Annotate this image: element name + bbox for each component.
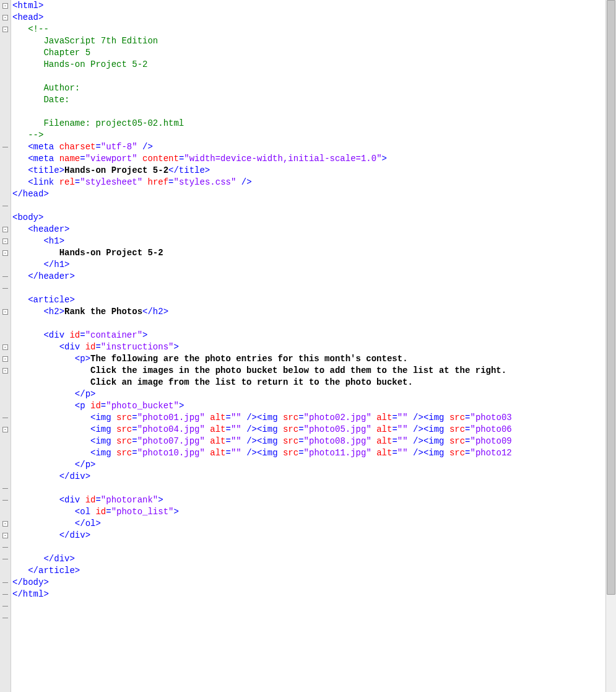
token-attr: src [116, 424, 132, 434]
code-line[interactable]: </div> [12, 471, 604, 483]
code-line[interactable]: Hands-on Project 5-2 [12, 59, 604, 71]
token-attr: id [85, 495, 96, 505]
code-line[interactable]: </h1> [12, 259, 604, 271]
token-attr: alt [376, 413, 392, 423]
code-line[interactable]: <img src="photo10.jpg" alt="" /><img src… [12, 447, 604, 459]
token-str: "photo_bucket" [106, 401, 179, 411]
code-line[interactable]: <div id="photorank"> [12, 494, 604, 506]
code-line[interactable]: <header> [12, 224, 604, 235]
scroll-thumb[interactable] [607, 0, 615, 595]
code-line[interactable]: <link rel="stylesheet" href="styles.css"… [12, 177, 604, 188]
fold-gutter[interactable]: ------------- [0, 0, 11, 692]
code-line[interactable]: <img src="photo01.jpg" alt="" /><img src… [12, 412, 604, 424]
token-str: "photo09 [471, 436, 512, 446]
code-line[interactable] [12, 106, 604, 118]
vertical-scrollbar[interactable] [605, 0, 616, 692]
code-line[interactable] [12, 541, 604, 553]
code-line[interactable]: <!-- [12, 24, 604, 35]
token-plain [12, 59, 43, 69]
code-line[interactable] [12, 71, 604, 82]
token-black: Hands-on Project 5-2 [59, 248, 163, 258]
token-attr: alt [376, 436, 392, 446]
token-tag: <img [90, 413, 116, 423]
code-line[interactable]: <meta name="viewport" content="width=dev… [12, 153, 604, 165]
code-line[interactable]: JavaScript 7th Edition [12, 35, 604, 47]
code-line[interactable] [12, 318, 604, 330]
token-tag: = [132, 424, 137, 434]
code-line[interactable]: <body> [12, 212, 604, 224]
fold-toggle-icon[interactable]: - [2, 356, 8, 362]
code-line[interactable]: <div id="container"> [12, 330, 604, 341]
token-tag: /> [137, 142, 153, 152]
code-line[interactable]: <article> [12, 294, 604, 306]
code-line[interactable]: </article> [12, 565, 604, 577]
code-line[interactable]: Hands-on Project 5-2 [12, 247, 604, 259]
fold-toggle-icon[interactable]: - [2, 427, 8, 432]
code-line[interactable]: Filename: project05-02.html [12, 118, 604, 129]
code-line[interactable]: <img src="photo07.jpg" alt="" /><img src… [12, 436, 604, 447]
token-str: "instructions" [101, 342, 174, 352]
fold-end-marker [2, 606, 8, 607]
code-line[interactable]: </html> [12, 589, 604, 600]
token-attr: alt [210, 436, 225, 446]
code-line[interactable]: Click an image from the list to return i… [12, 377, 604, 388]
token-plain [12, 177, 28, 187]
fold-toggle-icon[interactable]: - [2, 15, 8, 20]
fold-toggle-icon[interactable]: - [2, 3, 8, 9]
fold-toggle-icon[interactable]: - [2, 239, 8, 244]
token-tag: = [75, 177, 80, 187]
code-line[interactable]: Author: [12, 82, 604, 94]
code-line[interactable]: </p> [12, 388, 604, 400]
code-line[interactable]: <meta charset="utf-8" /> [12, 141, 604, 153]
token-comment: --> [28, 130, 43, 140]
fold-toggle-icon[interactable]: - [2, 533, 8, 538]
token-tag: </div> [59, 471, 90, 481]
code-line[interactable]: <html> [12, 0, 604, 12]
code-line[interactable]: <p id="photo_bucket"> [12, 400, 604, 412]
fold-toggle-icon[interactable]: - [2, 250, 8, 256]
token-tag: /> [408, 448, 423, 458]
code-line[interactable]: <h1> [12, 235, 604, 247]
token-plain [12, 424, 90, 434]
token-tag: </header> [28, 271, 75, 281]
code-line[interactable]: <img src="photo04.jpg" alt="" /><img src… [12, 424, 604, 436]
code-line[interactable]: </div> [12, 530, 604, 541]
code-line[interactable]: Date: [12, 94, 604, 106]
token-comment: JavaScript 7th Edition [43, 36, 158, 46]
token-tag: <img [90, 424, 116, 434]
code-line[interactable]: <head> [12, 12, 604, 24]
fold-toggle-icon[interactable]: - [2, 521, 8, 527]
token-tag: /> [408, 413, 423, 423]
code-line[interactable]: </header> [12, 271, 604, 282]
fold-toggle-icon[interactable]: - [2, 344, 8, 350]
code-line[interactable]: </p> [12, 459, 604, 471]
code-line[interactable] [12, 282, 604, 294]
code-editor-content[interactable]: <html><head> <!-- JavaScript 7th Edition… [11, 0, 605, 692]
token-tag: <h1> [43, 236, 64, 246]
token-attr: alt [210, 448, 225, 458]
code-line[interactable] [12, 200, 604, 212]
code-line[interactable]: <h2>Rank the Photos</h2> [12, 306, 604, 318]
fold-toggle-icon[interactable]: - [2, 27, 8, 32]
token-tag: = [298, 436, 303, 446]
code-line[interactable]: <ol id="photo_list"> [12, 506, 604, 518]
code-line[interactable]: Chapter 5 [12, 47, 604, 59]
fold-toggle-icon[interactable]: - [2, 309, 8, 315]
code-line[interactable]: --> [12, 129, 604, 141]
token-tag: /> [236, 177, 251, 187]
code-line[interactable]: </ol> [12, 518, 604, 530]
code-line[interactable] [12, 483, 604, 494]
code-line[interactable]: </head> [12, 188, 604, 200]
token-tag: = [95, 142, 100, 152]
token-attr: alt [210, 424, 225, 434]
token-tag: <img [423, 424, 449, 434]
code-line[interactable]: </body> [12, 577, 604, 589]
code-line[interactable]: Click the images in the photo bucket bel… [12, 365, 604, 377]
fold-toggle-icon[interactable]: - [2, 227, 8, 232]
code-line[interactable]: <title>Hands-on Project 5-2</title> [12, 165, 604, 177]
token-comment: Chapter 5 [43, 48, 90, 58]
code-line[interactable]: <div id="instructions"> [12, 341, 604, 353]
code-line[interactable]: </div> [12, 553, 604, 565]
code-line[interactable]: <p>The following are the photo entries f… [12, 353, 604, 365]
fold-toggle-icon[interactable]: - [2, 368, 8, 374]
